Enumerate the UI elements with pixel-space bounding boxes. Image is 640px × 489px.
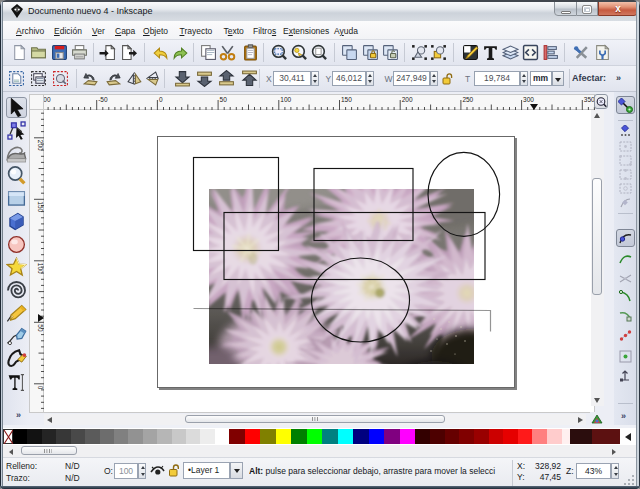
svg-text:200: 200 <box>37 140 44 151</box>
svg-text:250: 250 <box>462 96 473 103</box>
svg-text:300: 300 <box>523 96 534 103</box>
svg-text:150: 150 <box>37 201 44 212</box>
svg-text:50: 50 <box>220 96 228 103</box>
svg-text:0: 0 <box>37 386 44 390</box>
svg-text:200: 200 <box>402 96 413 103</box>
svg-text:-50: -50 <box>98 96 108 103</box>
svg-text:100: 100 <box>37 263 44 274</box>
svg-text:-100: -100 <box>44 96 51 103</box>
svg-text:100: 100 <box>280 96 291 103</box>
svg-text:150: 150 <box>341 96 352 103</box>
svg-text:0: 0 <box>159 96 163 103</box>
